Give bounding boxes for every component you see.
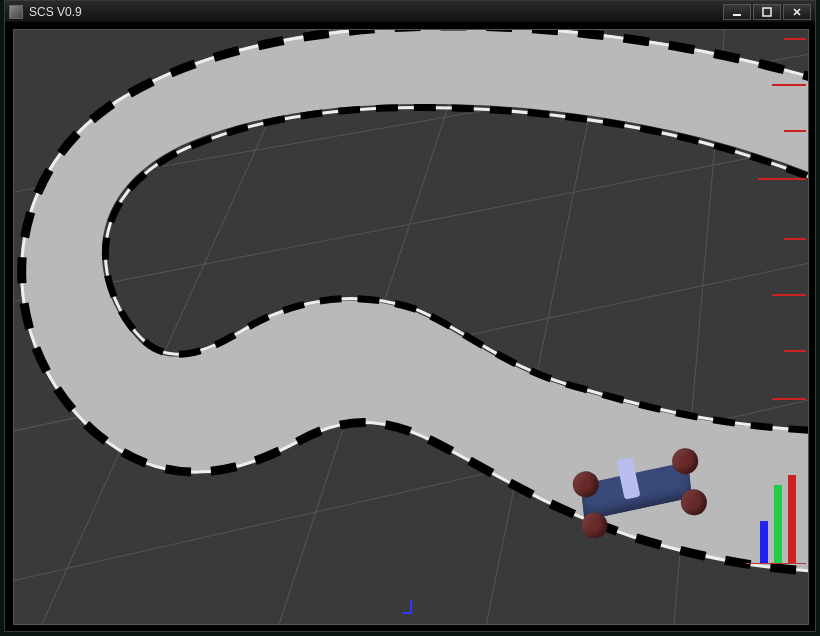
hud-bar-blue (760, 521, 768, 563)
app-window: SCS V0.9 (4, 0, 816, 632)
hud-bar-green (774, 485, 782, 563)
close-button[interactable] (783, 4, 811, 20)
hud-bar-baseline (746, 563, 806, 564)
titlebar[interactable]: SCS V0.9 (5, 1, 815, 23)
client-area (5, 23, 815, 631)
svg-rect-0 (733, 14, 741, 16)
window-controls (723, 4, 811, 20)
scene-svg (14, 30, 808, 624)
viewport-3d[interactable] (13, 29, 809, 625)
window-title: SCS V0.9 (29, 5, 723, 19)
axis-icon (410, 600, 412, 614)
app-icon (9, 5, 23, 19)
hud-axis-indicator (398, 600, 424, 618)
axis-icon (402, 612, 410, 614)
svg-rect-1 (763, 8, 771, 16)
minimize-button[interactable] (723, 4, 751, 20)
maximize-button[interactable] (753, 4, 781, 20)
hud-bars (746, 444, 806, 564)
hud-bar-red (788, 475, 796, 563)
